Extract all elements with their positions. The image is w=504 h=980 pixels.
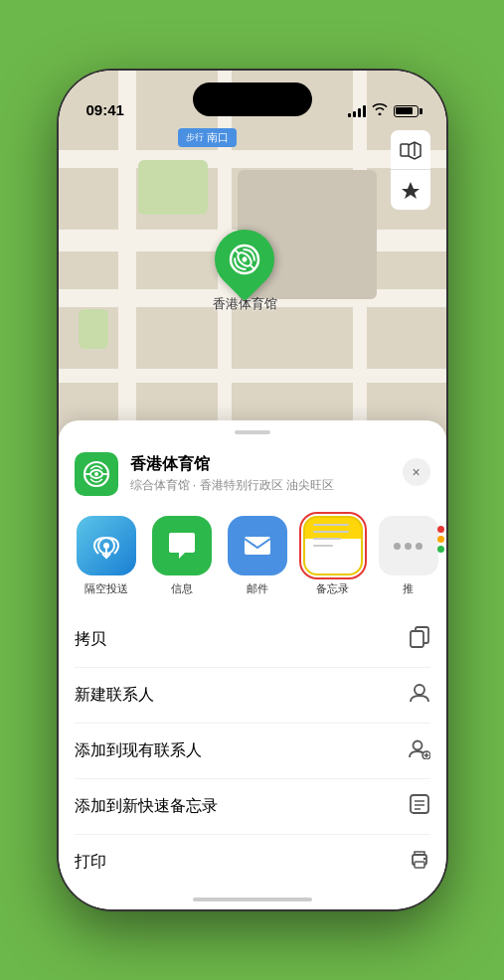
svg-point-11 [94, 472, 98, 476]
new-contact-icon [409, 682, 430, 709]
more-label: 推 [403, 581, 414, 596]
svg-point-6 [241, 255, 248, 262]
action-label-add-existing: 添加到现有联系人 [75, 740, 202, 761]
wifi-icon [372, 103, 388, 118]
notes-label: 备忘录 [316, 581, 349, 596]
share-row: 隔空投送 信息 [59, 508, 446, 612]
share-item-notes[interactable]: 备忘录 [297, 516, 369, 596]
messages-icon [152, 516, 212, 575]
battery-icon [394, 105, 419, 117]
sheet-handle [235, 430, 270, 434]
venue-subtitle: 综合体育馆 · 香港特别行政区 油尖旺区 [130, 477, 430, 494]
copy-icon [409, 626, 430, 653]
svg-rect-23 [411, 795, 428, 813]
svg-point-29 [422, 858, 424, 860]
share-item-more[interactable]: 推 [373, 516, 444, 596]
mail-label: 邮件 [247, 581, 268, 596]
venue-info: 香港体育馆 综合体育馆 · 香港特别行政区 油尖旺区 [130, 454, 430, 494]
add-notes-icon [409, 793, 430, 820]
mail-icon [228, 516, 287, 575]
map-type-button[interactable] [391, 130, 430, 170]
svg-line-5 [251, 265, 254, 269]
svg-rect-28 [415, 862, 424, 868]
action-item-add-notes[interactable]: 添加到新快速备忘录 [75, 779, 430, 835]
add-existing-icon [409, 737, 430, 764]
print-icon [409, 849, 430, 876]
share-item-mail[interactable]: 邮件 [222, 516, 293, 596]
action-label-print: 打印 [75, 852, 106, 873]
map-controls[interactable] [391, 130, 430, 210]
svg-rect-17 [411, 631, 423, 647]
svg-line-4 [235, 249, 239, 253]
action-label-new-contact: 新建联系人 [75, 685, 154, 706]
venue-header: 香港体育馆 综合体育馆 · 香港特别行政区 油尖旺区 × [59, 444, 446, 508]
venue-logo [75, 452, 118, 496]
bottom-sheet: 香港体育馆 综合体育馆 · 香港特别行政区 油尖旺区 × [59, 420, 446, 909]
signal-icon [348, 105, 366, 117]
airdrop-icon [77, 516, 136, 575]
svg-point-18 [415, 685, 424, 695]
action-list: 拷贝 新建联系人 [59, 612, 446, 890]
share-item-messages[interactable]: 信息 [146, 516, 218, 596]
status-time: 09:41 [86, 101, 124, 118]
airdrop-label: 隔空投送 [84, 581, 128, 596]
stadium-marker: 香港体育馆 [213, 230, 277, 313]
action-item-copy[interactable]: 拷贝 [75, 612, 430, 668]
close-button[interactable]: × [403, 458, 430, 486]
svg-rect-15 [245, 537, 270, 555]
messages-label: 信息 [171, 581, 193, 596]
status-icons [348, 103, 419, 118]
action-item-add-existing[interactable]: 添加到现有联系人 [75, 724, 430, 779]
venue-name: 香港体育馆 [130, 454, 430, 475]
home-indicator [193, 898, 312, 901]
marker-pin [203, 218, 287, 302]
notes-icon [303, 516, 363, 575]
phone-screen: 09:41 [59, 71, 446, 909]
location-badge: 步行 南口 [178, 128, 237, 147]
svg-rect-0 [401, 144, 409, 156]
location-button[interactable] [391, 170, 430, 210]
action-label-add-notes: 添加到新快速备忘录 [75, 796, 218, 817]
more-icon [379, 516, 438, 575]
action-item-new-contact[interactable]: 新建联系人 [75, 668, 430, 724]
svg-point-13 [103, 543, 109, 549]
dynamic-island [193, 82, 312, 116]
action-label-copy: 拷贝 [75, 629, 106, 650]
action-item-print[interactable]: 打印 [75, 835, 430, 890]
phone-frame: 09:41 [59, 71, 446, 909]
svg-point-19 [413, 741, 421, 750]
share-item-airdrop[interactable]: 隔空投送 [71, 516, 142, 596]
